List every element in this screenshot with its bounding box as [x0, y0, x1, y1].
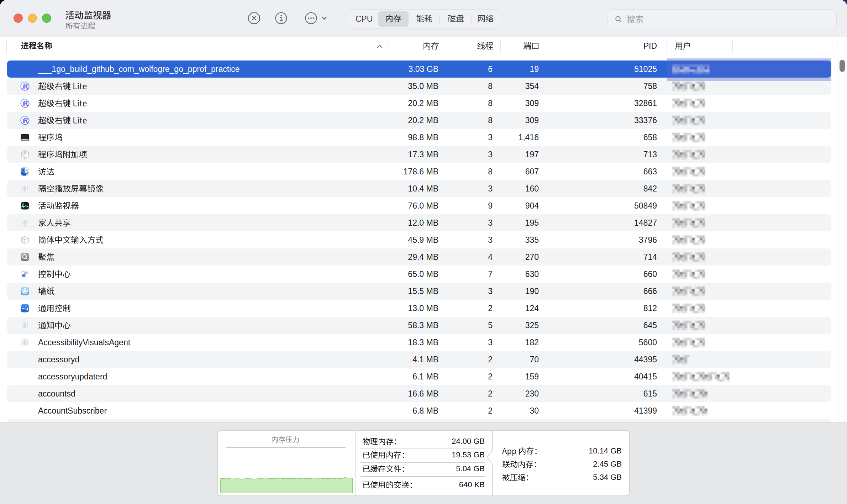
table-row[interactable]: 178.6 MB8607663	[0, 163, 837, 180]
process-table: ___1go_build_github_com_wolfogre_go_ppro…	[0, 56, 837, 422]
tab-disk[interactable]	[440, 11, 472, 27]
threads-cell: 3	[457, 146, 493, 163]
process-name	[38, 266, 71, 283]
table-row[interactable]: AccountSubscriber6.8 MB23041399	[0, 402, 837, 419]
table-row[interactable]: 45.9 MB33353796	[0, 231, 837, 248]
process-name	[38, 215, 71, 232]
ports-cell: 230	[496, 385, 539, 402]
memory-cell: 12.0 MB	[367, 214, 438, 231]
pid-cell: 3796	[600, 231, 657, 248]
tab-network[interactable]	[472, 11, 499, 27]
titlebar[interactable]: CPU	[0, 0, 847, 37]
threads-cell: 8	[457, 112, 493, 129]
threads-cell: 3	[457, 129, 493, 146]
cc-app-icon	[20, 269, 30, 279]
table-row[interactable]: 15.5 MB3190666	[0, 283, 837, 300]
ports-cell: 124	[496, 300, 539, 317]
ports-cell: 160	[496, 180, 539, 197]
column-header-threads[interactable]	[477, 41, 493, 52]
tab-cpu[interactable]: CPU	[350, 11, 378, 27]
memory-cell: 98.8 MB	[367, 129, 438, 146]
process-name	[38, 112, 87, 129]
threads-cell: 8	[457, 78, 493, 95]
column-separator[interactable]	[389, 40, 389, 53]
ports-cell: 309	[496, 112, 539, 129]
table-row[interactable]: 58.3 MB5325645	[0, 317, 837, 334]
table-row[interactable]: 10.4 MB3160842	[0, 180, 837, 197]
table-row[interactable]: 17.3 MB3197713	[0, 146, 837, 163]
threads-cell: 3	[457, 180, 493, 197]
column-separator[interactable]	[500, 40, 501, 53]
table-row[interactable]: 98.8 MB31,416658	[0, 129, 837, 146]
more-options-button[interactable]	[305, 12, 317, 25]
stat-label	[362, 450, 409, 461]
scrollbar-track[interactable]	[837, 56, 847, 422]
wallpaper-app-icon	[20, 286, 30, 296]
process-name	[38, 163, 54, 180]
memory-cell: 76.0 MB	[367, 197, 438, 214]
column-separator[interactable]	[6, 40, 7, 53]
footer-summary: 24.00 GB 19.53 GB 5.04 GB 640 KB 10.14 G…	[0, 422, 847, 504]
user-cell-redacted	[672, 269, 705, 279]
table-row[interactable]: 76.0 MB990450849	[0, 197, 837, 214]
process-name: accessoryupdaterd	[38, 368, 107, 385]
column-header-pid[interactable]: PID	[600, 41, 657, 51]
minimize-button[interactable]	[28, 14, 37, 23]
memory-cell: 15.5 MB	[367, 283, 438, 300]
memory-cell: 29.4 MB	[367, 248, 438, 266]
table-row[interactable]: accessoryupdaterd6.1 MB215940415	[0, 368, 837, 385]
column-separator[interactable]	[446, 40, 446, 53]
ports-cell: 354	[496, 78, 539, 95]
table-row[interactable]: 65.0 MB7630660	[0, 266, 837, 283]
column-header-process-name[interactable]	[21, 41, 52, 52]
row-background	[7, 419, 831, 422]
table-row[interactable]: AccessibilityVisualsAgent18.3 MB31825600	[0, 334, 837, 351]
table-row[interactable]: 29.4 MB4270714	[0, 248, 837, 266]
table-row[interactable]: 20.2 MB830933376	[0, 112, 837, 129]
close-button[interactable]	[14, 14, 23, 23]
rlite-app-icon	[20, 98, 30, 108]
table-row[interactable]: 13.0 MB2124812	[0, 300, 837, 317]
search-field[interactable]	[607, 9, 837, 29]
stat-label	[362, 480, 417, 491]
memory-stat-row: 5.04 GB	[362, 464, 485, 474]
column-separator[interactable]	[837, 40, 837, 53]
finder-app-icon	[20, 167, 30, 177]
ports-cell: 195	[496, 214, 539, 231]
stat-separator	[361, 476, 485, 477]
column-header-user[interactable]	[675, 41, 691, 52]
column-separator[interactable]	[732, 40, 733, 53]
table-row[interactable]: accessoryd4.1 MB27044395	[0, 351, 837, 368]
chart-gridline	[226, 447, 346, 448]
tab-energy[interactable]	[409, 11, 440, 27]
table-row[interactable]: 12.0 MB319514827	[0, 214, 837, 231]
pluginbox-app-icon	[20, 235, 30, 245]
column-header-memory[interactable]	[423, 41, 439, 52]
column-header-ports[interactable]	[523, 41, 540, 52]
tab-memory[interactable]	[378, 11, 409, 27]
user-cell-redacted	[672, 99, 705, 108]
chevron-down-icon[interactable]	[321, 15, 327, 21]
ports-cell: 19	[496, 61, 539, 78]
table-row[interactable]: accountsd16.6 MB2230615	[0, 385, 837, 402]
user-cell-redacted	[672, 287, 705, 296]
octagon-x-icon	[248, 12, 261, 25]
column-separator[interactable]	[667, 40, 667, 53]
ports-cell: 70	[496, 351, 539, 368]
dock-app-icon	[20, 132, 30, 142]
memory-pressure-chart	[220, 449, 353, 493]
threads-cell: 6	[457, 61, 493, 78]
ports-cell: 30	[496, 402, 539, 419]
pid-cell: 663	[600, 163, 657, 180]
table-row[interactable]	[0, 419, 837, 422]
column-separator[interactable]	[547, 40, 547, 53]
zoom-button[interactable]	[42, 14, 51, 23]
view-segmented-control: CPU	[347, 9, 501, 29]
table-row[interactable]: 20.2 MB830932861	[0, 95, 837, 112]
memory-stat-row: 24.00 GB	[362, 436, 485, 447]
scrollbar-thumb[interactable]	[840, 60, 845, 72]
ports-cell: 904	[496, 197, 539, 214]
quit-process-button[interactable]	[248, 12, 261, 25]
inspect-process-button[interactable]	[275, 12, 288, 25]
spotlight-app-icon	[20, 252, 30, 262]
